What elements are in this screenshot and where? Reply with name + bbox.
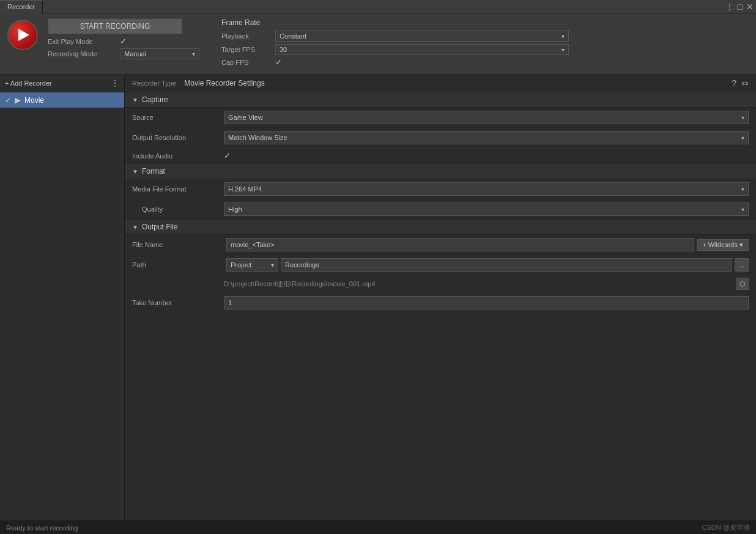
frame-rate-title: Frame Rate — [221, 18, 569, 27]
quality-dropdown[interactable]: High ▾ — [224, 202, 749, 216]
path-type-value: Project — [231, 261, 251, 269]
quality-row: Quality High ▾ — [125, 199, 756, 220]
playback-arrow: ▾ — [561, 33, 565, 40]
media-file-format-value: H.264 MP4 — [228, 185, 262, 193]
capture-section-name: Capture — [142, 95, 168, 104]
playback-label: Playback — [221, 32, 270, 40]
target-fps-label: Target FPS — [221, 46, 270, 53]
cap-fps-checkbox[interactable]: ✓ — [275, 57, 282, 67]
take-number-input[interactable] — [224, 296, 749, 310]
exit-play-mode-label: Exit Play Mode — [48, 38, 115, 45]
include-audio-row: Include Audio ✓ — [125, 148, 756, 164]
take-number-row: Take Number — [125, 293, 756, 313]
settings-header: Recorder Type Movie Recorder Settings ? … — [125, 75, 756, 92]
file-name-label: File Name — [132, 241, 224, 248]
tab-label: Recorder — [7, 3, 35, 10]
watermark: CSDN @皮学渣 — [702, 523, 750, 532]
capture-arrow-icon: ▼ — [132, 97, 138, 103]
sidebar-header: + Add Recorder ⋮ — [0, 75, 124, 92]
recording-mode-value: Manual — [124, 50, 146, 57]
path-folder-input[interactable] — [281, 258, 732, 272]
exit-play-mode-checkbox[interactable]: ✓ — [120, 37, 127, 46]
source-label: Source — [132, 114, 224, 121]
quality-label: Quality — [132, 206, 224, 213]
recording-mode-row: Recording Mode Manual ▾ — [48, 48, 199, 59]
media-file-format-label: Media File Format — [132, 185, 224, 193]
quality-value: High — [228, 206, 242, 213]
file-name-input[interactable] — [226, 238, 694, 251]
recorder-tab[interactable]: Recorder — [0, 0, 43, 13]
toolbar-controls: START RECORDING Exit Play Mode ✓ Recordi… — [48, 18, 199, 59]
settings-type-label: Recorder Type — [132, 80, 176, 87]
open-folder-button[interactable]: ⬡ — [736, 278, 749, 290]
main-content: + Add Recorder ⋮ ✓ ▶ Movie Recorder Type… — [0, 75, 756, 521]
output-file-arrow-icon: ▼ — [132, 224, 138, 231]
target-fps-row: Target FPS 30 ▾ — [221, 44, 569, 55]
source-value: Game View — [228, 114, 263, 121]
settings-panel: Recorder Type Movie Recorder Settings ? … — [125, 75, 756, 521]
status-bar: Ready to start recording CSDN @皮学渣 — [0, 521, 756, 534]
full-path-row: D:\project\Record使用\Recordings\movie_001… — [125, 275, 756, 293]
sidebar-item-movie-label: Movie — [24, 96, 44, 105]
format-section-header[interactable]: ▼ Format — [125, 164, 756, 179]
output-resolution-dropdown[interactable]: Match Window Size ▾ — [224, 131, 749, 144]
layout-icon[interactable]: ⇔ — [741, 78, 749, 88]
playback-value: Constant — [280, 32, 306, 40]
media-file-format-row: Media File Format H.264 MP4 ▾ — [125, 179, 756, 199]
source-dropdown[interactable]: Game View ▾ — [224, 111, 749, 124]
settings-title: Movie Recorder Settings — [184, 79, 264, 87]
format-section-name: Format — [142, 167, 165, 176]
tab-close-icon[interactable]: ✕ — [746, 2, 754, 12]
playback-row: Playback Constant ▾ — [221, 31, 569, 42]
target-fps-value: 30 — [280, 46, 287, 53]
quality-arrow: ▾ — [741, 206, 744, 213]
recording-mode-dropdown[interactable]: Manual ▾ — [120, 48, 199, 59]
sidebar-item-check: ✓ — [5, 96, 11, 105]
exit-play-mode-row: Exit Play Mode ✓ — [48, 37, 199, 46]
output-resolution-value: Match Window Size — [228, 134, 287, 141]
recording-mode-label: Recording Mode — [48, 50, 115, 57]
capture-section-header[interactable]: ▼ Capture — [125, 92, 756, 108]
path-label: Path — [132, 261, 224, 269]
sidebar-item-movie-icon: ▶ — [15, 95, 21, 105]
path-browse-button[interactable]: ... — [735, 258, 749, 272]
output-resolution-arrow: ▾ — [741, 135, 744, 141]
include-audio-label: Include Audio — [132, 152, 224, 160]
help-icon[interactable]: ? — [732, 78, 736, 88]
output-file-section-header[interactable]: ▼ Output File — [125, 220, 756, 235]
wildcards-button[interactable]: + Wildcards ▾ — [697, 239, 749, 251]
sidebar-more-icon[interactable]: ⋮ — [111, 78, 119, 88]
file-name-row: File Name + Wildcards ▾ — [125, 235, 756, 255]
start-recording-button[interactable]: START RECORDING — [48, 18, 182, 34]
status-message: Ready to start recording — [6, 524, 78, 532]
playback-dropdown[interactable]: Constant ▾ — [275, 31, 569, 42]
add-recorder-button[interactable]: + Add Recorder — [5, 80, 52, 87]
settings-header-left: Recorder Type Movie Recorder Settings — [132, 79, 265, 87]
target-fps-dropdown[interactable]: 30 ▾ — [275, 44, 569, 55]
cap-fps-label: Cap FPS — [221, 59, 270, 66]
tab-menu-icon[interactable]: ⋮ — [725, 2, 734, 12]
include-audio-checkbox[interactable]: ✓ — [224, 151, 231, 160]
tab-maximize-icon[interactable]: □ — [738, 2, 743, 12]
output-resolution-label: Output Resolution — [132, 134, 224, 141]
output-resolution-row: Output Resolution Match Window Size ▾ — [125, 128, 756, 148]
sidebar-item-movie[interactable]: ✓ ▶ Movie — [0, 92, 124, 108]
take-number-label: Take Number — [132, 299, 224, 306]
media-file-format-dropdown[interactable]: H.264 MP4 ▾ — [224, 182, 749, 196]
cap-fps-row: Cap FPS ✓ — [221, 57, 569, 67]
sidebar: + Add Recorder ⋮ ✓ ▶ Movie — [0, 75, 125, 521]
path-row: Path Project ▾ ... — [125, 255, 756, 275]
settings-icons: ? ⇔ — [732, 78, 749, 88]
tab-bar: Recorder ⋮ □ ✕ — [0, 0, 756, 13]
format-arrow-icon: ▼ — [132, 168, 138, 175]
toolbar: START RECORDING Exit Play Mode ✓ Recordi… — [0, 13, 756, 75]
full-path-text: D:\project\Record使用\Recordings\movie_001… — [224, 280, 734, 289]
source-arrow: ▾ — [741, 114, 744, 121]
media-file-format-arrow: ▾ — [741, 186, 744, 193]
output-file-section-name: Output File — [142, 223, 178, 231]
path-type-arrow: ▾ — [271, 262, 274, 269]
path-type-dropdown[interactable]: Project ▾ — [226, 258, 278, 272]
play-triangle-icon — [18, 29, 29, 41]
target-fps-arrow: ▾ — [561, 46, 565, 53]
record-button[interactable] — [7, 20, 38, 50]
